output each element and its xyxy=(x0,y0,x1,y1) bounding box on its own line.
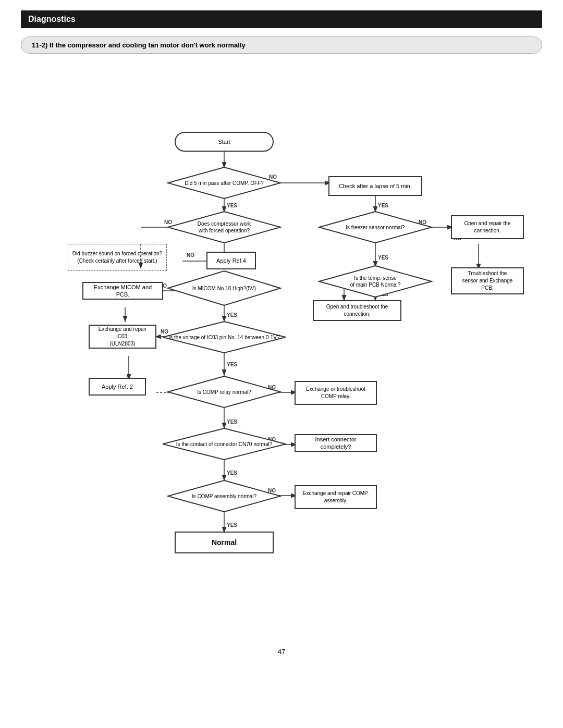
svg-text:YES: YES xyxy=(378,255,388,261)
rect-r1: Check after a lapse of 5 min. xyxy=(328,176,422,196)
start-node: Start xyxy=(175,132,274,152)
diamond-d1: Did 5 min pass after COMP. OFF? xyxy=(167,166,282,200)
normal-node: Normal xyxy=(175,532,274,553)
rect-r4: Exchange and repair IC03.(ULN2803) xyxy=(89,325,156,349)
rect-r6: Exchange or troubleshootCOMP relay. xyxy=(295,381,377,405)
flowchart: NO YES YES NO YES NO NO YES xyxy=(21,64,542,637)
diamond-d7: Is the contact of connector CN70 normal? xyxy=(162,427,287,461)
svg-text:YES: YES xyxy=(227,470,237,476)
rect-r9: Open and repair theconnection. xyxy=(451,215,524,239)
page: Diagnostics 11-2) If the compressor and … xyxy=(0,0,563,728)
svg-text:YES: YES xyxy=(227,312,237,318)
svg-text:YES: YES xyxy=(227,522,237,528)
diamond-d4: Is MICOM No.18 High?(5V) xyxy=(167,270,282,306)
page-title: Diagnostics xyxy=(28,15,76,23)
rect-r10: Troubleshoot thesensor and ExchangePCB. xyxy=(451,267,524,294)
diamond-d5: Is the voltage of IC03 pin No. 14 betwee… xyxy=(162,320,287,354)
diamond-d8: Is COMP assembly normal? xyxy=(167,479,282,513)
rect-r3: Exchange MICOM and PCB. xyxy=(82,282,163,300)
diamond-d9: Is freezer sensor normal? xyxy=(318,211,433,244)
rect-r7: Insert connector completely? xyxy=(295,434,377,452)
rect-r11: Open and troubleshoot theconnection. xyxy=(313,300,401,321)
page-number: 47 xyxy=(21,648,542,656)
rect-r2: Apply Ref.4 xyxy=(206,252,256,269)
diamond-d2: Does compressor workwith forced operatio… xyxy=(167,211,282,244)
diamond-d10: Is the temp. senseof main PCB Normal? xyxy=(318,265,433,298)
svg-text:YES: YES xyxy=(227,203,237,208)
rect-r8: Exchange and repair COMP.assembly. xyxy=(295,485,377,509)
rect-r5: Apply Ref. 2 xyxy=(89,378,146,396)
rect-d3: Did buzzer sound on forced operation?(Ch… xyxy=(68,244,167,271)
svg-text:YES: YES xyxy=(227,362,237,367)
svg-text:YES: YES xyxy=(227,419,237,425)
svg-text:YES: YES xyxy=(378,203,388,208)
section-title: 11-2) If the compressor and cooling fan … xyxy=(32,41,246,49)
section-header: 11-2) If the compressor and cooling fan … xyxy=(21,36,542,54)
page-header: Diagnostics xyxy=(21,10,542,28)
svg-text:NO: NO xyxy=(187,252,194,258)
diamond-d6: Is COMP relay normal? xyxy=(167,375,282,409)
